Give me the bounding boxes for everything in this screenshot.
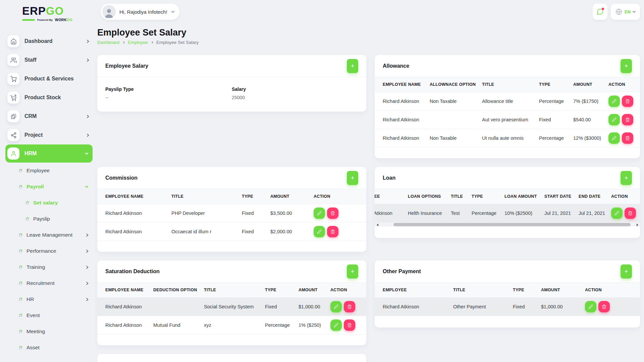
column-header-employee-name: EMPLOYEE NAME	[97, 189, 168, 204]
chevron-right-icon	[85, 298, 89, 301]
cell-title: Test	[447, 204, 468, 223]
column-header-end-date: END DATE	[575, 189, 608, 204]
chevron-right-icon	[85, 249, 89, 253]
cell-action	[310, 204, 366, 223]
column-header-loan-options: LOAN OPTIONS	[405, 189, 447, 204]
cell-amount: 7% ($1750)	[570, 92, 605, 111]
cell-employee-name: Richard Atkinson	[97, 204, 168, 223]
add-commission-button[interactable]: +	[347, 171, 358, 185]
sidebar-item-leave-management[interactable]: Leave Management	[5, 227, 97, 243]
cell-employee: Richard Atkinson	[375, 298, 450, 316]
sidebar-item-staff[interactable]: Staff	[5, 51, 97, 69]
brand-logo[interactable]: ERPGO Powered By WORKDO	[22, 5, 97, 22]
edit-button[interactable]	[330, 301, 342, 312]
delete-button[interactable]	[625, 207, 636, 219]
logo-subline: Powered By WORKDO	[22, 18, 97, 22]
delete-button[interactable]	[622, 132, 633, 144]
sidebar-item-event[interactable]: Event	[5, 307, 97, 323]
scroll-right-arrow-icon[interactable]	[637, 224, 638, 226]
sidebar-item-crm[interactable]: CRM	[5, 107, 97, 126]
card-allowance: Allowance + EMPLOYEE NAMEALLOWNACE OPTIO…	[375, 55, 640, 158]
cell-employee-name: Richard Atkinson	[97, 223, 168, 241]
card-header: Saturation Deduction +	[97, 260, 366, 283]
card-footer	[375, 147, 640, 158]
delete-button[interactable]	[622, 96, 633, 107]
language-selector[interactable]: EN	[611, 4, 640, 20]
sidebar-item-product-services[interactable]: Product & Services	[5, 69, 97, 88]
edit-button[interactable]	[608, 114, 620, 125]
edit-button[interactable]	[611, 207, 623, 219]
table-header-row: EMPLOYEE NAMEDEDUCTION OPTIONTITLETYPEAM…	[97, 283, 366, 298]
scroll-left-arrow-icon[interactable]	[377, 224, 378, 226]
delete-button[interactable]	[622, 114, 633, 125]
messages-button[interactable]	[593, 4, 607, 20]
sidebar-item-meeting[interactable]: Meeting	[5, 323, 97, 340]
sidebar-item-hrm[interactable]: HRM	[5, 144, 93, 163]
horizontal-scrollbar[interactable]	[375, 223, 640, 227]
delete-button[interactable]	[327, 207, 338, 219]
commission-table: EMPLOYEE NAMETITLETYPEAMOUNTACTIONRichar…	[97, 189, 366, 241]
sidebar-item-payslip[interactable]: Payslip	[5, 211, 97, 227]
add-salary-button[interactable]: +	[347, 59, 358, 73]
edit-button[interactable]	[585, 301, 596, 312]
delete-button[interactable]	[327, 226, 338, 237]
card-title: Other Payment	[383, 268, 421, 275]
cell-deduction-option	[150, 298, 201, 316]
add-loan-button[interactable]: +	[621, 171, 632, 185]
delete-button[interactable]	[344, 319, 355, 331]
card-title: Allowance	[383, 63, 409, 69]
card-title: Saturation Deduction	[105, 268, 160, 275]
sidebar-item-label: Meeting	[26, 328, 45, 335]
sidebar-item-label: Staff	[24, 57, 37, 63]
saturation-deduction-table: EMPLOYEE NAMEDEDUCTION OPTIONTITLETYPEAM…	[97, 283, 366, 335]
column-header-action: ACTION	[327, 283, 366, 298]
sidebar-item-label: Performance	[26, 248, 56, 254]
sidebar-item-label: Product & Services	[24, 76, 74, 82]
add-other-payment-button[interactable]: +	[621, 264, 632, 279]
chevron-down-icon	[85, 152, 89, 155]
table-header-row: EMPLOYEE NAMEALLOWNACE OPTIONTITLETYPEAM…	[375, 77, 640, 92]
edit-button[interactable]	[608, 132, 620, 144]
delete-button[interactable]	[344, 301, 355, 312]
card-other-payment: Other Payment + EMPLOYEETITLETYPEAMOUNTA…	[375, 260, 640, 327]
user-menu[interactable]: Hi, Rajodiya Infotech!	[101, 4, 179, 20]
sidebar-item-set-salary[interactable]: Set salary	[5, 195, 97, 211]
edit-button[interactable]	[314, 207, 325, 219]
salary-field: Salary 25000	[232, 86, 358, 100]
edit-button[interactable]	[330, 319, 342, 331]
main-content: Hi, Rajodiya Infotech! EN Employee Set S…	[97, 0, 644, 362]
sidebar-item-product-stock[interactable]: Product Stock	[5, 88, 97, 107]
breadcrumb-employee[interactable]: Employee	[128, 40, 148, 45]
sidebar-item-employee[interactable]: Employee	[5, 163, 97, 179]
sidebar-item-dashboard[interactable]: Dashboard	[5, 32, 97, 51]
table-header-row: EMPLOYEETITLETYPEAMOUNTACTION	[375, 283, 640, 298]
add-allowance-button[interactable]: +	[621, 59, 632, 73]
sidebar-item-asset[interactable]: Asset	[5, 340, 97, 356]
language-code: EN	[625, 9, 631, 14]
sidebar-item-hr[interactable]: HR	[5, 291, 97, 307]
workdo-brand: WORKDO	[55, 18, 72, 22]
column-header-start-date: START DATE	[541, 189, 575, 204]
column-header-deduction-option: DEDUCTION OPTION	[150, 283, 201, 298]
topbar: Hi, Rajodiya Infotech! EN	[97, 0, 640, 23]
delete-button[interactable]	[598, 301, 610, 312]
column-header-type: TYPE	[468, 189, 501, 204]
sidebar-item-recruitment[interactable]: Recruitment	[5, 275, 97, 291]
bullet-icon	[25, 217, 29, 221]
edit-button[interactable]	[314, 226, 325, 237]
sidebar-item-project[interactable]: Project	[5, 126, 97, 144]
cell-employee: Richard Atkinson	[375, 204, 405, 223]
edit-button[interactable]	[608, 96, 620, 107]
add-deduction-button[interactable]: +	[347, 264, 358, 279]
column-header-type: TYPE	[536, 77, 570, 92]
bullet-icon	[19, 185, 22, 188]
scrollbar-thumb[interactable]	[393, 223, 631, 226]
sidebar-item-performance[interactable]: Performance	[5, 243, 97, 259]
breadcrumb-dashboard[interactable]: Dashboard	[97, 40, 119, 45]
sidebar-item-payroll[interactable]: Payroll	[5, 179, 97, 195]
cell-deduction-option: Mutual Fund	[150, 316, 201, 335]
sidebar-item-training[interactable]: Training	[5, 259, 97, 275]
chevron-right-icon	[86, 58, 89, 62]
loan-table-viewport: EMPLOYEELOAN OPTIONSTITLETYPELOAN AMOUNT…	[375, 189, 640, 223]
column-header-title: TITLE	[168, 189, 238, 204]
